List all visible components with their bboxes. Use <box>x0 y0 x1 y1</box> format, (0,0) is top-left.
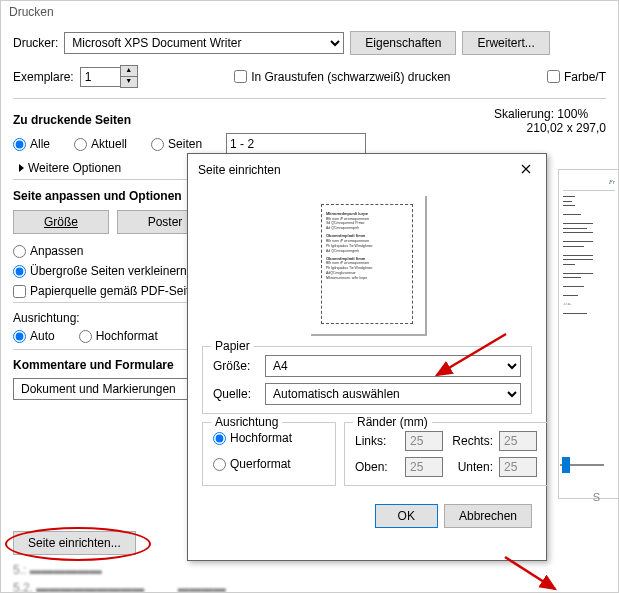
margin-top-input[interactable] <box>405 457 443 477</box>
radio-orient-auto[interactable]: Auto <box>13 329 55 343</box>
close-icon <box>521 164 531 174</box>
paper-size-label: Größe: <box>213 359 257 373</box>
radio-pages[interactable]: Seiten <box>151 137 202 151</box>
footer-blur-1: 5.: ▬▬▬▬▬▬ <box>13 563 102 577</box>
scaling-dimensions: 210,02 x 297,0 <box>494 121 606 135</box>
document-preview-thumbnail: Fr ▬▬▬▬▬▬▬▬▬▬▬ ▬▬▬▬▬▬▬▬▬▬▬▬▬▬▬▬▬▬▬▬▬▬▬▬▬… <box>558 169 619 499</box>
radio-all[interactable]: Alle <box>13 137 50 151</box>
copies-input[interactable] <box>80 67 120 87</box>
preview-zoom-slider[interactable] <box>560 455 604 475</box>
margin-right-label: Rechts: <box>449 434 493 448</box>
expander-triangle-icon <box>19 164 24 172</box>
spin-up-icon[interactable]: ▲ <box>120 65 138 76</box>
printer-row: Drucker: Microsoft XPS Document Writer E… <box>13 31 606 55</box>
page-setup-preview: Mknomrdmpunli lurpeBfh nom iP wromsquemr… <box>309 194 425 334</box>
paper-legend: Papier <box>211 339 254 353</box>
close-button[interactable] <box>514 160 538 180</box>
radio-orient-portrait[interactable]: Hochformat <box>79 329 158 343</box>
radio-landscape[interactable]: Querformat <box>213 457 325 471</box>
fit-section-title: Seite anpassen und Optionen <box>13 189 182 203</box>
margins-fieldset: Ränder (mm) Links: Rechts: Oben: Unten: <box>344 422 548 486</box>
ok-button[interactable]: OK <box>375 504 438 528</box>
orientation-legend: Ausrichtung <box>211 415 282 429</box>
grayscale-checkbox[interactable] <box>234 70 247 83</box>
scaling-label: Skalierung: 100% <box>494 107 606 121</box>
page-range-input[interactable] <box>226 133 366 155</box>
zoom-letter: S <box>593 491 600 503</box>
size-button[interactable]: Größe <box>13 210 109 234</box>
footer-blur-2: 5.2. ▬▬▬▬▬▬▬▬▬ ▬▬▬▬ <box>13 581 226 593</box>
properties-button[interactable]: Eigenschaften <box>350 31 456 55</box>
copies-label: Exemplare: <box>13 70 74 84</box>
margins-legend: Ränder (mm) <box>353 415 432 429</box>
grayscale-checkbox-row[interactable]: In Graustufen (schwarzweiß) drucken <box>234 70 450 84</box>
copies-spinner[interactable]: ▲▼ <box>80 65 138 88</box>
svg-line-1 <box>505 557 555 589</box>
color-checkbox[interactable] <box>547 70 560 83</box>
margin-bottom-input[interactable] <box>499 457 537 477</box>
printer-label: Drucker: <box>13 36 58 50</box>
advanced-button[interactable]: Erweitert... <box>462 31 549 55</box>
margin-right-input[interactable] <box>499 431 537 451</box>
paper-fieldset: Papier Größe: A4 Quelle: Automatisch aus… <box>202 346 532 414</box>
color-label: Farbe/T <box>564 70 606 84</box>
spinner-buttons[interactable]: ▲▼ <box>120 65 138 88</box>
spin-down-icon[interactable]: ▼ <box>120 76 138 88</box>
printer-select[interactable]: Microsoft XPS Document Writer <box>64 32 344 54</box>
paper-source-label: Quelle: <box>213 387 257 401</box>
margin-bottom-label: Unten: <box>449 460 493 474</box>
margin-top-label: Oben: <box>355 460 399 474</box>
page-setup-title: Seite einrichten <box>198 163 281 177</box>
pages-section-title: Zu druckende Seiten <box>13 113 482 127</box>
radio-portrait[interactable]: Hochformat <box>213 431 325 445</box>
window-title: Drucken <box>1 1 618 23</box>
orientation-fieldset: Ausrichtung Hochformat Querformat <box>202 422 336 486</box>
radio-current[interactable]: Aktuell <box>74 137 127 151</box>
color-checkbox-row[interactable]: Farbe/T <box>547 70 606 84</box>
margin-left-input[interactable] <box>405 431 443 451</box>
paper-source-select[interactable]: Automatisch auswählen <box>265 383 521 405</box>
grayscale-label: In Graustufen (schwarzweiß) drucken <box>251 70 450 84</box>
page-setup-dialog: Seite einrichten Mknomrdmpunli lurpeBfh … <box>187 153 547 561</box>
margin-left-label: Links: <box>355 434 399 448</box>
paper-size-select[interactable]: A4 <box>265 355 521 377</box>
print-dialog-window: Drucken Drucker: Microsoft XPS Document … <box>0 0 619 593</box>
page-setup-button[interactable]: Seite einrichten... <box>13 531 136 555</box>
cancel-button[interactable]: Abbrechen <box>444 504 532 528</box>
